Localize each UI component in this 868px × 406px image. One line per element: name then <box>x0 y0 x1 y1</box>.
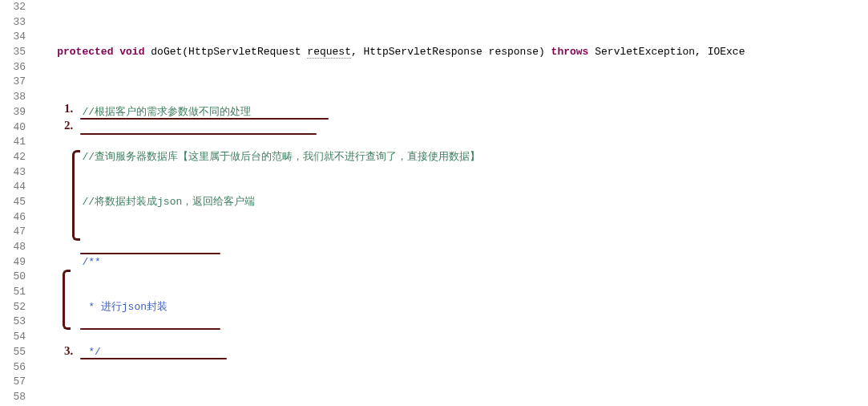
line-number: 46 <box>0 210 26 225</box>
line-number: 57 <box>0 375 26 390</box>
doc-comment: /** <box>82 256 100 268</box>
line-number: 34 <box>0 30 26 45</box>
line-number: 36 <box>0 60 26 75</box>
annotation-underline <box>80 133 317 135</box>
line-number: 42 <box>0 150 26 165</box>
code-line[interactable]: * 进行json封装 <box>32 300 868 315</box>
keyword: protected <box>57 46 113 58</box>
line-number: 41 <box>0 135 26 150</box>
line-number: 58 <box>0 390 26 405</box>
line-number: 37 <box>0 75 26 90</box>
line-number: 48 <box>0 240 26 255</box>
param: request <box>307 46 351 59</box>
line-number: 40 <box>0 120 26 136</box>
keyword: throws <box>551 46 589 58</box>
line-number: 32 <box>0 0 26 15</box>
code-line[interactable]: //查询服务器数据库【这里属于做后台的范畴，我们就不进行查询了，直接使用数据】 <box>32 150 868 165</box>
line-number: 52 <box>0 300 26 315</box>
line-number-gutter: 32 33 34 35 36 37 38 39 40 41 42 43 44 4… <box>0 0 32 406</box>
code-line[interactable]: protected void doGet(HttpServletRequest … <box>32 45 868 60</box>
method-name: doGet <box>151 46 182 58</box>
keyword: void <box>119 46 144 58</box>
annotation-number-2: 2. <box>64 118 73 133</box>
code-line[interactable]: //将数据封装成json，返回给客户端 <box>32 195 868 210</box>
doc-comment: * 进行json封装 <box>88 301 168 313</box>
line-number: 49 <box>0 255 26 270</box>
code-area[interactable]: protected void doGet(HttpServletRequest … <box>32 0 868 406</box>
line-number: 44 <box>0 180 26 195</box>
line-number: 45 <box>0 195 26 210</box>
annotation-underline <box>80 328 220 330</box>
doc-comment: */ <box>88 346 101 358</box>
line-number: 33 <box>0 15 26 30</box>
line-number: 51 <box>0 285 26 300</box>
code-editor: 32 33 34 35 36 37 38 39 40 41 42 43 44 4… <box>0 0 868 406</box>
comment: //查询服务器数据库【这里属于做后台的范畴，我们就不进行查询了，直接使用数据】 <box>82 151 480 163</box>
indent <box>32 46 57 58</box>
line-number: 47 <box>0 225 26 240</box>
line-number: 50 <box>0 270 26 285</box>
line-number: 35 <box>0 45 26 60</box>
code-line[interactable]: */ <box>32 345 868 360</box>
annotation-underline <box>80 253 220 254</box>
line-number: 56 <box>0 360 26 376</box>
line-number: 39 <box>0 105 26 120</box>
code-line[interactable]: /** <box>32 255 868 270</box>
line-number: 38 <box>0 90 26 105</box>
line-number: 53 <box>0 315 26 330</box>
line-number: 43 <box>0 165 26 181</box>
line-number: 54 <box>0 330 26 345</box>
comment: //根据客户的需求参数做不同的处理 <box>82 106 251 118</box>
comment: //将数据封装成json，返回给客户端 <box>82 196 255 208</box>
code-line[interactable]: //根据客户的需求参数做不同的处理 <box>32 105 868 120</box>
param: response <box>489 46 539 58</box>
line-number: 55 <box>0 345 26 360</box>
